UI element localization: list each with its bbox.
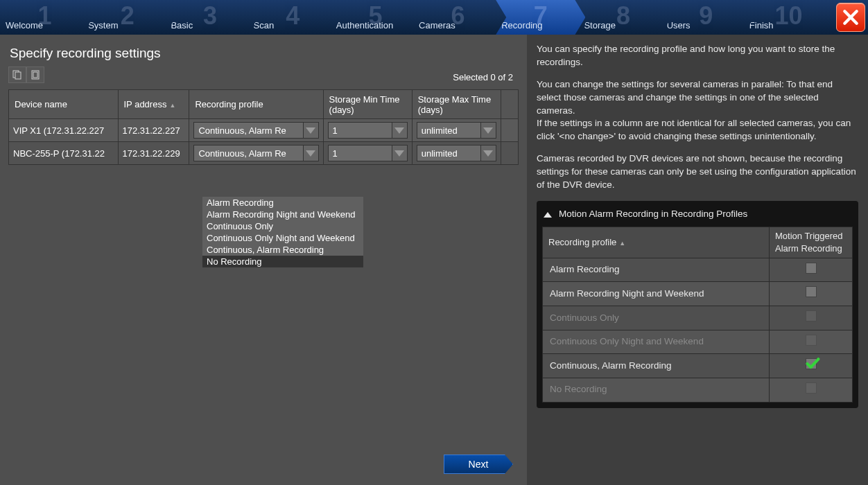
profiles-col-name[interactable]: Recording profile▲ [543, 227, 770, 258]
profiles-col-motion[interactable]: Motion Triggered Alarm Recording [770, 227, 853, 258]
chevron-down-icon [394, 127, 404, 134]
main-content: Specify recording settings Selected 0 of… [0, 35, 527, 485]
dropdown-caret[interactable] [392, 146, 407, 161]
dropdown-option[interactable]: Alarm Recording [202, 197, 363, 209]
motion-checkbox [806, 382, 817, 394]
col-ip-address[interactable]: IP address▲ [118, 90, 189, 119]
wizard-step-basic[interactable]: 3Basic [165, 0, 254, 35]
close-button[interactable] [836, 3, 865, 32]
wizard-step-scan[interactable]: 4Scan [248, 0, 338, 35]
wizard-step-number: 8 [616, 1, 630, 30]
motion-alarm-panel-title: Motion Alarm Recording in Recording Prof… [559, 208, 747, 221]
motion-checkbox [806, 310, 817, 321]
wizard-step-label: Welcome [6, 20, 43, 30]
wizard-step-users[interactable]: 9Users [661, 0, 751, 35]
cell-min: 1 [323, 142, 412, 165]
copy-button[interactable] [8, 67, 26, 83]
profile-motion-cell [770, 330, 853, 354]
storage-max-select[interactable]: unlimited [417, 122, 496, 139]
dropdown-option[interactable]: No Recording [202, 256, 363, 267]
dropdown-caret[interactable] [480, 146, 496, 161]
cell-ip-address: 172.31.22.229 [118, 142, 189, 165]
dropdown-value: Continuous, Alarm Re [194, 148, 302, 159]
col-storage-max[interactable]: Storage Max Time (days) [412, 90, 501, 119]
storage-min-select[interactable]: 1 [328, 145, 408, 161]
profile-row: Alarm Recording [543, 258, 853, 282]
help-text-1: You can specify the recording profile an… [537, 43, 858, 69]
cell-device-name: VIP X1 (172.31.22.227 [9, 119, 119, 142]
wizard-steps: 1Welcome2System3Basic4Scan5Authenticatio… [0, 0, 868, 35]
cell-spacer [501, 142, 518, 165]
profile-row: No Recording [543, 378, 853, 402]
profiles-col-name-label: Recording profile [548, 237, 616, 247]
motion-alarm-panel-header[interactable]: Motion Alarm Recording in Recording Prof… [542, 206, 853, 227]
wizard-step-label: Scan [254, 20, 275, 30]
wizard-step-storage[interactable]: 8Storage [578, 0, 668, 35]
chevron-down-icon [306, 150, 315, 157]
col-ip-label: IP address [124, 99, 167, 109]
storage-max-select[interactable]: unlimited [417, 145, 496, 161]
recording-profile-select[interactable]: Continuous, Alarm Re [193, 145, 318, 161]
svg-rect-3 [33, 72, 37, 78]
wizard-step-welcome[interactable]: 1Welcome [0, 0, 89, 35]
wizard-step-authentication[interactable]: 5Authentication [331, 0, 420, 35]
help-panel: You can specify the recording profile an… [527, 35, 868, 485]
close-icon [842, 8, 860, 26]
wizard-step-label: System [88, 20, 118, 30]
wizard-step-cameras[interactable]: 6Cameras [413, 0, 503, 35]
profile-motion-cell [770, 378, 853, 402]
wizard-step-label: Basic [171, 20, 193, 30]
dropdown-value: unlimited [417, 125, 480, 136]
wizard-step-label: Recording [501, 20, 542, 30]
chevron-down-icon [483, 150, 493, 157]
wizard-step-system[interactable]: 2System [83, 0, 172, 35]
next-button[interactable]: Next [444, 455, 513, 474]
profile-row: Continuous Only [543, 306, 853, 330]
wizard-step-label: Users [667, 20, 691, 30]
wizard-step-label: Authentication [336, 20, 393, 30]
profiles-table: Recording profile▲ Motion Triggered Alar… [542, 227, 853, 403]
help-text-2a: You can change the settings for several … [537, 79, 833, 115]
storage-min-select[interactable]: 1 [328, 122, 408, 139]
dropdown-option[interactable]: Continuous Only Night and Weekend [202, 232, 363, 244]
profile-motion-cell [770, 282, 853, 306]
motion-alarm-panel: Motion Alarm Recording in Recording Prof… [537, 201, 858, 407]
selection-status: Selected 0 of 2 [453, 72, 513, 82]
profile-row: Continuous, Alarm Recording [543, 354, 853, 378]
dropdown-caret[interactable] [480, 123, 496, 138]
profile-name: Alarm Recording [543, 258, 770, 282]
col-device-name[interactable]: Device name [9, 90, 119, 119]
sort-ascending-icon: ▲ [169, 102, 175, 109]
table-row[interactable]: VIP X1 (172.31.22.227172.31.22.227Contin… [9, 119, 519, 142]
dropdown-option[interactable]: Alarm Recording Night and Weekend [202, 209, 363, 220]
profile-motion-cell [770, 354, 853, 378]
motion-checkbox[interactable] [806, 358, 817, 369]
dropdown-caret[interactable] [303, 146, 318, 161]
wizard-step-finish[interactable]: 10Finish [744, 0, 833, 35]
profile-motion-cell [770, 306, 853, 330]
profile-name: Continuous Only [543, 306, 770, 330]
recording-profile-select[interactable]: Continuous, Alarm Re [193, 122, 318, 139]
motion-checkbox[interactable] [806, 286, 817, 297]
wizard-step-number: 2 [121, 1, 134, 30]
wizard-step-number: 10 [774, 1, 802, 30]
chevron-up-icon [544, 212, 552, 218]
dropdown-caret[interactable] [303, 123, 318, 138]
chevron-down-icon [306, 127, 315, 134]
motion-checkbox[interactable] [806, 263, 817, 274]
dropdown-caret[interactable] [392, 123, 407, 138]
profile-row: Alarm Recording Night and Weekend [543, 282, 853, 306]
wizard-step-recording[interactable]: 7Recording [496, 0, 585, 35]
cell-max: unlimited [412, 119, 501, 142]
wizard-step-number: 4 [286, 1, 300, 30]
dropdown-option[interactable]: Continuous, Alarm Recording [202, 244, 363, 256]
col-storage-min[interactable]: Storage Min Time (days) [323, 90, 412, 119]
table-row[interactable]: NBC-255-P (172.31.22172.31.22.229Continu… [9, 142, 519, 165]
sort-ascending-icon: ▲ [619, 240, 625, 247]
col-recording-profile[interactable]: Recording profile [189, 90, 323, 119]
dropdown-option[interactable]: Continuous Only [202, 220, 363, 232]
wizard-step-number: 9 [699, 1, 713, 30]
paste-button[interactable] [26, 67, 44, 83]
check-icon [805, 357, 820, 371]
recording-profile-dropdown-list[interactable]: Alarm RecordingAlarm Recording Night and… [202, 197, 363, 267]
